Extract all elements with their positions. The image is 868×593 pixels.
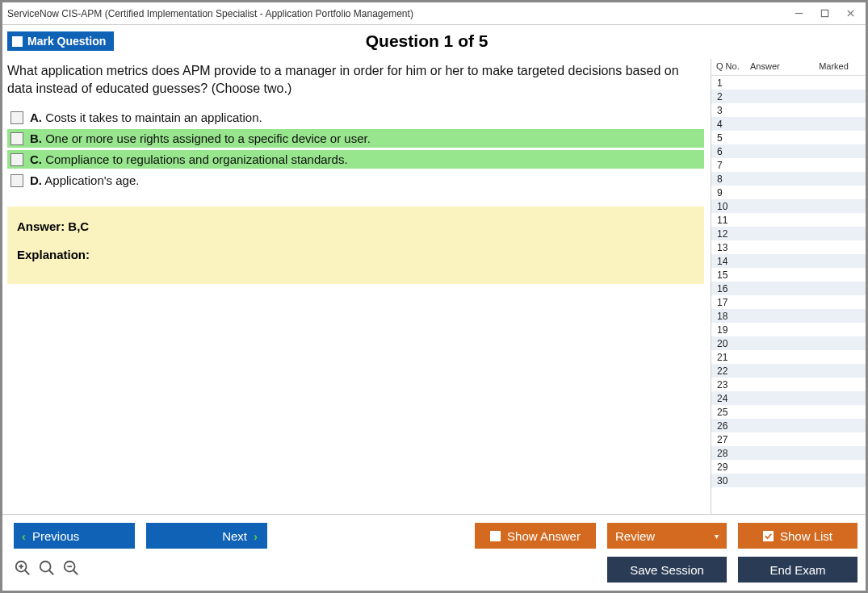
- svg-line-11: [73, 570, 78, 575]
- header-answer: Answer: [750, 61, 807, 71]
- question-list-row[interactable]: 25: [711, 405, 866, 419]
- svg-line-9: [49, 570, 54, 575]
- save-session-button[interactable]: Save Session: [607, 557, 727, 583]
- option-row[interactable]: A. Costs it takes to maintain an applica…: [7, 108, 704, 127]
- show-answer-button[interactable]: Show Answer: [475, 523, 596, 549]
- answer-box: Answer: B,C Explanation:: [7, 207, 704, 284]
- close-icon[interactable]: [845, 8, 856, 19]
- window-controls: [793, 8, 861, 19]
- footer: ‹ Previous Next › Show Answer Review ▾ S…: [2, 515, 866, 591]
- question-list-row[interactable]: 4: [711, 117, 866, 131]
- zoom-controls: [14, 559, 80, 580]
- option-row[interactable]: C. Compliance to regulations and organiz…: [7, 150, 704, 169]
- show-list-button[interactable]: Show List: [738, 523, 858, 549]
- zoom-reset-icon[interactable]: [38, 559, 56, 580]
- question-list-row[interactable]: 2: [711, 90, 866, 103]
- checkbox-icon[interactable]: [10, 132, 23, 145]
- question-list-row[interactable]: 26: [711, 419, 866, 432]
- checkbox-icon: [490, 531, 501, 541]
- option-label: D. Application's age.: [30, 173, 139, 187]
- question-list-row[interactable]: 18: [711, 309, 866, 323]
- maximize-icon[interactable]: [819, 8, 830, 19]
- option-row[interactable]: D. Application's age.: [7, 171, 704, 190]
- question-list-row[interactable]: 6: [711, 144, 866, 158]
- option-row[interactable]: B. One or more use rights assigned to a …: [7, 129, 704, 148]
- explanation-label: Explanation:: [17, 248, 694, 261]
- question-text: What application metrics does APM provid…: [7, 62, 694, 97]
- question-list-row[interactable]: 10: [711, 199, 866, 213]
- previous-button[interactable]: ‹ Previous: [14, 523, 135, 549]
- question-list-row[interactable]: 23: [711, 378, 866, 391]
- question-list-row[interactable]: 30: [711, 474, 866, 487]
- question-heading: Question 1 of 5: [114, 31, 740, 51]
- svg-line-5: [25, 570, 30, 575]
- question-list-row[interactable]: 17: [711, 295, 866, 309]
- app-window: ServiceNow CIS-APM (Certified Implementa…: [0, 0, 868, 593]
- checkbox-icon[interactable]: [10, 153, 23, 166]
- checkbox-checked-icon: [763, 531, 774, 541]
- question-list-row[interactable]: 20: [711, 336, 866, 350]
- question-list-row[interactable]: 13: [711, 240, 866, 254]
- minimize-icon[interactable]: [793, 8, 804, 19]
- zoom-in-icon[interactable]: [14, 559, 31, 580]
- question-list-row[interactable]: 16: [711, 282, 866, 295]
- question-list-row[interactable]: 3: [711, 103, 866, 117]
- question-list-row[interactable]: 5: [711, 131, 866, 144]
- checkbox-icon[interactable]: [10, 174, 23, 187]
- top-bar: Mark Question Question 1 of 5: [2, 25, 866, 59]
- main-column: What application metrics does APM provid…: [2, 59, 711, 514]
- question-list-row[interactable]: 11: [711, 213, 866, 227]
- header-marked: Marked: [807, 61, 861, 71]
- review-button[interactable]: Review ▾: [607, 523, 727, 549]
- question-list-row[interactable]: 9: [711, 186, 866, 199]
- question-list-row[interactable]: 29: [711, 460, 866, 474]
- mark-question-button[interactable]: Mark Question: [7, 31, 114, 51]
- title-bar: ServiceNow CIS-APM (Certified Implementa…: [2, 2, 866, 25]
- option-label: B. One or more use rights assigned to a …: [30, 132, 371, 145]
- question-list-row[interactable]: 21: [711, 350, 866, 364]
- option-label: A. Costs it takes to maintain an applica…: [30, 111, 262, 124]
- question-list-row[interactable]: 1: [711, 76, 866, 90]
- options-list: A. Costs it takes to maintain an applica…: [7, 108, 704, 192]
- window-title: ServiceNow CIS-APM (Certified Implementa…: [7, 8, 793, 19]
- answer-line: Answer: B,C: [17, 219, 694, 233]
- save-session-label: Save Session: [630, 563, 704, 577]
- mark-question-label: Mark Question: [27, 35, 106, 48]
- previous-label: Previous: [32, 529, 79, 543]
- question-list[interactable]: 1234567891011121314151617181920212223242…: [711, 76, 866, 514]
- next-button[interactable]: Next ›: [146, 523, 267, 549]
- review-label: Review: [615, 529, 655, 543]
- dropdown-caret-icon: ▾: [715, 532, 719, 541]
- question-list-row[interactable]: 7: [711, 158, 866, 172]
- question-list-panel: Q No. Answer Marked 12345678910111213141…: [711, 59, 866, 514]
- next-label: Next: [222, 529, 247, 543]
- end-exam-button[interactable]: End Exam: [738, 557, 858, 583]
- option-label: C. Compliance to regulations and organiz…: [30, 152, 348, 166]
- checkbox-icon: [12, 36, 23, 47]
- end-exam-label: End Exam: [769, 563, 825, 577]
- show-list-label: Show List: [780, 529, 832, 543]
- question-list-row[interactable]: 19: [711, 323, 866, 336]
- header-qno: Q No.: [716, 61, 750, 71]
- question-list-row[interactable]: 22: [711, 364, 866, 378]
- question-list-row[interactable]: 15: [711, 268, 866, 282]
- question-list-header: Q No. Answer Marked: [711, 59, 866, 76]
- question-list-row[interactable]: 24: [711, 391, 866, 405]
- question-list-row[interactable]: 28: [711, 446, 866, 460]
- question-list-row[interactable]: 12: [711, 227, 866, 240]
- body: What application metrics does APM provid…: [2, 59, 866, 515]
- question-list-row[interactable]: 8: [711, 172, 866, 186]
- show-answer-label: Show Answer: [507, 529, 581, 543]
- chevron-left-icon: ‹: [22, 529, 26, 543]
- question-list-row[interactable]: 14: [711, 254, 866, 268]
- chevron-right-icon: ›: [254, 529, 258, 543]
- checkbox-icon[interactable]: [10, 111, 23, 124]
- zoom-out-icon[interactable]: [62, 559, 80, 580]
- question-list-row[interactable]: 27: [711, 432, 866, 446]
- svg-point-8: [40, 562, 51, 572]
- svg-rect-1: [821, 10, 828, 16]
